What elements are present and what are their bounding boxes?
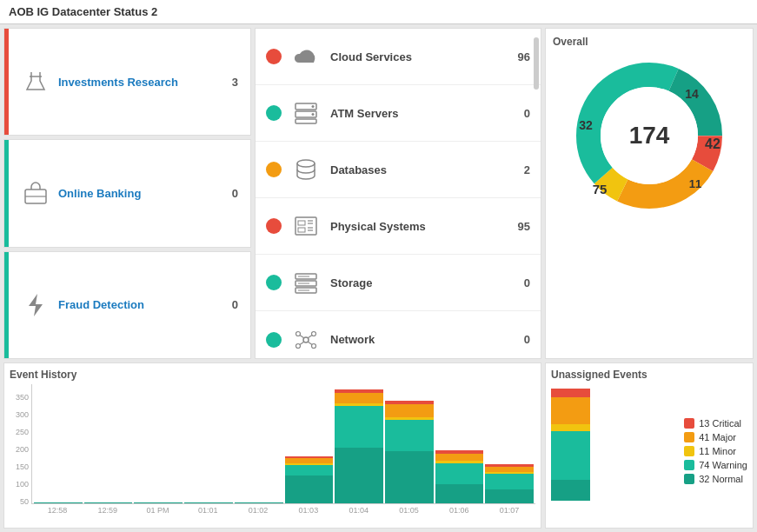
legend-normal: 32 Normal	[684, 474, 747, 484]
legend-dot-minor	[684, 446, 694, 456]
dot-network	[266, 332, 282, 348]
server-icon	[290, 97, 322, 129]
bar-group-3	[184, 384, 233, 503]
svg-text:75: 75	[593, 182, 608, 196]
card-name-banking: Online Banking	[58, 187, 232, 200]
unassigned-bar	[551, 388, 590, 501]
bar-group-6	[335, 384, 383, 503]
legend-warning: 74 Warning	[684, 460, 747, 470]
app-title: AOB IG Datacenter Status 2	[9, 5, 157, 18]
bar-normal-2	[134, 502, 183, 503]
svg-text:11: 11	[689, 177, 701, 190]
physical-icon	[290, 210, 322, 242]
count-physical-systems: 95	[508, 220, 530, 233]
ua-major	[551, 397, 590, 424]
dot-databases	[266, 162, 282, 177]
indicator-fraud	[4, 252, 9, 358]
bar-group-2	[134, 384, 183, 503]
svg-marker-3	[29, 294, 43, 316]
legend-list: 13 Critical 41 Major 11 Minor 74 Warning	[684, 418, 747, 488]
svg-rect-12	[298, 228, 305, 232]
svg-text:14: 14	[685, 87, 699, 101]
legend-dot-warning	[684, 460, 694, 470]
bar-normal-4	[235, 502, 283, 503]
card-online-banking[interactable]: Online Banking 0	[3, 139, 251, 247]
dot-cloud-services	[266, 49, 282, 64]
card-count-investments: 3	[232, 76, 242, 89]
bar-group-0	[34, 384, 83, 503]
bar-normal-7	[385, 451, 434, 503]
bar-normal-3	[184, 502, 233, 503]
bar-group-1	[84, 384, 133, 503]
bar-normal-0	[34, 502, 83, 503]
bar-major-8	[435, 454, 484, 461]
row-databases[interactable]: Databases 2	[256, 142, 541, 198]
left-panel: Investments Research 3 Online Banking	[3, 28, 251, 359]
svg-point-27	[312, 343, 316, 348]
ua-normal	[551, 480, 590, 501]
title-bar: AOB IG Datacenter Status 2	[0, 0, 757, 24]
card-count-banking: 0	[232, 187, 242, 200]
x-labels: 12:58 12:59 01 PM 01:01 01:02 01:03 01:0…	[31, 504, 535, 515]
legend-minor: 11 Minor	[684, 446, 747, 456]
card-count-fraud: 0	[232, 298, 242, 311]
svg-point-8	[312, 113, 315, 116]
unassigned-events-panel: Unassigned Events	[545, 362, 754, 529]
legend-critical: 13 Critical	[684, 418, 747, 429]
card-investments-research[interactable]: Investments Research 3	[3, 28, 251, 136]
svg-line-30	[300, 342, 304, 345]
svg-point-9	[297, 160, 315, 167]
row-cloud-services[interactable]: Cloud Services 96	[256, 29, 541, 85]
row-physical-systems[interactable]: Physical Systems 95	[256, 198, 541, 255]
storage-icon	[290, 267, 322, 298]
bar-warning-8	[435, 463, 484, 484]
card-name-fraud: Fraud Detection	[58, 298, 232, 311]
dot-physical-systems	[266, 218, 282, 234]
bar-normal-9	[485, 489, 534, 503]
name-physical-systems: Physical Systems	[330, 220, 508, 233]
bar-normal-8	[435, 484, 484, 503]
svg-line-31	[308, 342, 312, 345]
count-databases: 2	[508, 163, 530, 176]
bar-chart-area	[31, 384, 535, 504]
bar-warning-6	[335, 406, 383, 448]
dot-atm-servers	[266, 105, 282, 121]
right-panel: Overall	[545, 28, 754, 359]
row-storage[interactable]: Storage 0	[256, 255, 541, 311]
row-network[interactable]: Network 0	[256, 311, 541, 359]
svg-text:32: 32	[579, 118, 593, 132]
ua-critical	[551, 389, 590, 397]
svg-line-28	[300, 335, 304, 338]
count-atm-servers: 0	[508, 107, 530, 120]
main-content: Investments Research 3 Online Banking	[0, 24, 757, 362]
indicator-banking	[4, 140, 9, 246]
donut-center-value: 174	[629, 122, 670, 150]
app-container: AOB IG Datacenter Status 2 Investments R…	[0, 0, 757, 532]
bar-major-7	[385, 404, 434, 417]
card-fraud-detection[interactable]: Fraud Detection 0	[3, 251, 251, 359]
bottom-section: Event History 350 300 250 200 150 100 50	[0, 362, 757, 532]
bar-group-4	[235, 384, 283, 503]
cloud-icon	[290, 41, 322, 72]
legend-major: 41 Major	[684, 432, 747, 442]
svg-point-24	[296, 331, 301, 336]
bar-group-5	[285, 384, 334, 503]
bolt-icon	[20, 289, 51, 321]
bar-normal-1	[84, 502, 133, 503]
donut-chart: 14 42 11 75 32 174	[567, 53, 732, 218]
card-name-investments: Investments Research	[58, 76, 232, 89]
row-atm-servers[interactable]: ATM Servers 0	[256, 85, 541, 142]
card-info-investments: Investments Research	[51, 76, 232, 89]
bar-normal-6	[335, 448, 383, 503]
scroll-indicator[interactable]	[534, 37, 539, 90]
svg-point-26	[296, 343, 301, 348]
name-databases: Databases	[330, 163, 508, 176]
bar-group-7	[385, 384, 434, 503]
bar-normal-5	[285, 475, 334, 503]
svg-point-25	[312, 331, 316, 336]
svg-point-7	[312, 105, 315, 108]
bar-major-6	[335, 393, 383, 403]
unassigned-legend: 13 Critical 41 Major 11 Minor 74 Warning	[677, 369, 747, 522]
card-info-banking: Online Banking	[51, 187, 232, 200]
ua-warning	[551, 431, 590, 480]
